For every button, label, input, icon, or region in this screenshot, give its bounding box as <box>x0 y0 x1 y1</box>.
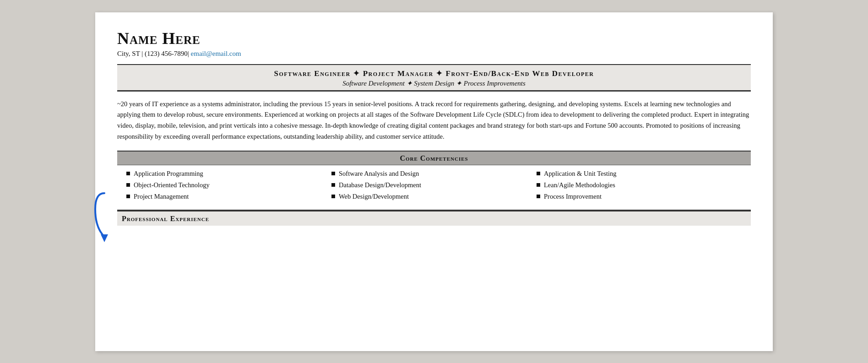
competency-label: Application Programming <box>134 170 203 178</box>
competency-label: Database Design/Development <box>339 181 421 189</box>
banner-separator <box>117 91 751 92</box>
resume-name: Name Here <box>117 29 751 48</box>
contact-info: City, ST | (123) 456-7890| <box>117 50 189 57</box>
bullet-icon <box>331 183 335 187</box>
competency-label: Application & Unit Testing <box>544 170 617 178</box>
competencies-col-2: Software Analysis and Design Database De… <box>331 170 537 204</box>
list-item: Object-Oriented Technology <box>126 181 331 189</box>
header-contact: City, ST | (123) 456-7890| email@email.c… <box>117 50 751 58</box>
competency-label: Web Design/Development <box>339 193 409 200</box>
title-banner-line1: Software Engineer ✦ Project Manager ✦ Fr… <box>122 69 746 78</box>
title-banner-line2: Software Development ✦ System Design ✦ P… <box>122 79 746 87</box>
list-item: Application Programming <box>126 170 331 178</box>
competency-label: Process Improvement <box>544 193 602 200</box>
list-item: Software Analysis and Design <box>331 170 537 178</box>
competencies-col-1: Application Programming Object-Oriented … <box>126 170 331 204</box>
resume-page: Name Here City, ST | (123) 456-7890| ema… <box>95 12 773 351</box>
competencies-grid: Application Programming Object-Oriented … <box>117 165 751 210</box>
list-item: Application & Unit Testing <box>537 170 742 178</box>
competency-label: Project Management <box>134 193 189 200</box>
bullet-icon <box>331 195 335 198</box>
bullet-icon <box>126 183 130 187</box>
bullet-icon <box>126 195 130 198</box>
competency-label: Object-Oriented Technology <box>134 181 210 189</box>
email-link[interactable]: email@email.com <box>191 50 241 57</box>
list-item: Database Design/Development <box>331 181 537 189</box>
list-item: Lean/Agile Methodologies <box>537 181 742 189</box>
professional-experience-section: Professional Experience <box>117 211 751 226</box>
list-item: Project Management <box>126 193 331 200</box>
summary-paragraph: ~20 years of IT experience as a systems … <box>117 99 751 143</box>
competencies-section: Core Competencies Application Programmin… <box>117 151 751 211</box>
professional-experience-header: Professional Experience <box>117 211 751 226</box>
professional-experience-title: Professional Experience <box>122 215 209 222</box>
bullet-icon <box>331 172 335 175</box>
title-banner: Software Engineer ✦ Project Manager ✦ Fr… <box>117 64 751 91</box>
bullet-icon <box>126 172 130 175</box>
competency-label: Software Analysis and Design <box>339 170 419 178</box>
svg-marker-0 <box>101 234 108 242</box>
annotation-arrow <box>91 191 114 246</box>
competency-label: Lean/Agile Methodologies <box>544 181 615 189</box>
bullet-icon <box>537 195 540 198</box>
competencies-header: Core Competencies <box>117 152 751 165</box>
bullet-icon <box>537 172 540 175</box>
list-item: Web Design/Development <box>331 193 537 200</box>
list-item: Process Improvement <box>537 193 742 200</box>
competencies-col-3: Application & Unit Testing Lean/Agile Me… <box>537 170 742 204</box>
competencies-header-text: Core Competencies <box>400 154 468 162</box>
bullet-icon <box>537 183 540 187</box>
